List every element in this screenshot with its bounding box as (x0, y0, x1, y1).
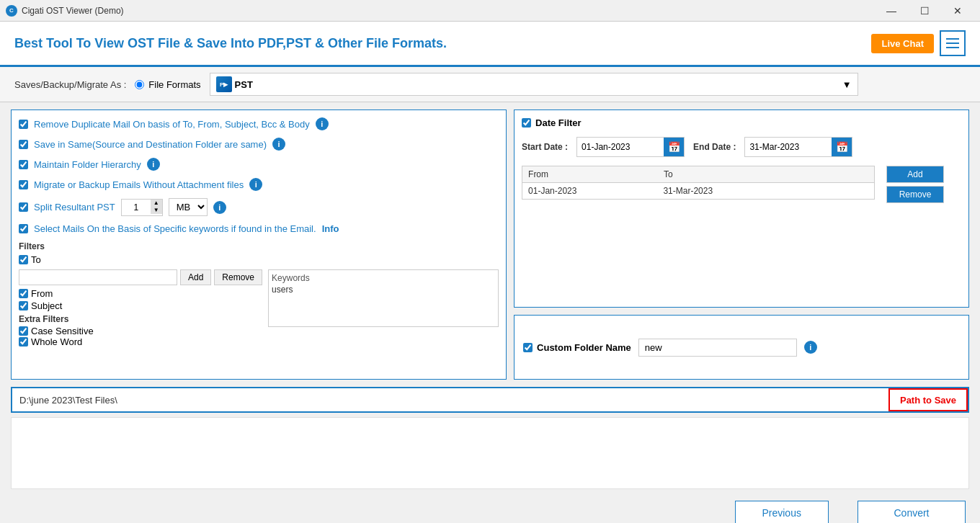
menu-button[interactable] (940, 30, 966, 56)
info-icon-custom-folder[interactable]: i (804, 341, 817, 354)
app-icon: C (6, 5, 17, 17)
end-date-calendar-button[interactable]: 📅 (832, 138, 852, 156)
folder-hierarchy-checkbox[interactable] (19, 160, 28, 169)
keywords-checkbox[interactable] (19, 224, 28, 233)
close-button[interactable]: ✕ (941, 0, 974, 22)
to-checkbox[interactable] (19, 255, 28, 264)
save-same-label: Save in Same(Source and Destination Fold… (34, 139, 267, 150)
header-banner: Best Tool To View OST File & Save Into P… (0, 22, 980, 67)
keywords-label: Select Mails On the Basis of Specific ke… (34, 223, 316, 234)
date-table-header: From To (522, 166, 874, 183)
split-pst-label: Split Resultant PST (34, 202, 115, 213)
more-filter-checks: From Subject (19, 288, 262, 311)
file-formats-radio[interactable]: File Formats (135, 79, 200, 90)
extra-filters: Extra Filters Case Sensitive Whole Word (19, 314, 262, 347)
end-date-label: End Date : (693, 142, 736, 152)
keywords-add-button[interactable]: Add (180, 269, 211, 285)
format-label: P▶ PST (216, 76, 253, 92)
date-table-actions: Add Remove (886, 166, 944, 203)
spin-up-button[interactable]: ▲ (151, 200, 162, 207)
date-row-container: From To 01-Jan-2023 31-Mar-2023 Add Remo… (522, 166, 961, 203)
spin-buttons: ▲ ▼ (151, 200, 162, 215)
footer: Previous (Click here to go to previous p… (0, 493, 980, 523)
split-value-input-wrap: ▲ ▼ (121, 199, 163, 216)
path-bar: Path to Save (11, 387, 969, 413)
start-date-input[interactable] (577, 139, 664, 155)
menu-line (946, 47, 959, 48)
title-bar: C Cigati OST Viewer (Demo) — ☐ ✕ (0, 0, 980, 22)
end-date-input[interactable] (745, 139, 832, 155)
saves-label: Saves/Backup/Migrate As : (14, 79, 126, 90)
case-sensitive-label: Case Sensitive (31, 326, 94, 336)
custom-folder-box: Custom Folder Name i (514, 315, 969, 380)
main-content: Remove Duplicate Mail On basis of To, Fr… (0, 102, 980, 387)
from-filter-row: From (19, 288, 262, 299)
from-checkbox[interactable] (19, 289, 28, 298)
keywords-section: Filters To Add Remove (19, 241, 499, 347)
info-icon-4[interactable]: i (249, 178, 262, 191)
keywords-left: Add Remove From Subject (19, 269, 262, 347)
format-selector[interactable]: P▶ PST ▼ (210, 73, 858, 96)
subject-checkbox[interactable] (19, 301, 28, 310)
convert-btn-wrap: Convert (Click here to convert) (858, 501, 966, 523)
info-icon-5[interactable]: i (213, 201, 226, 214)
keywords-remove-button[interactable]: Remove (214, 269, 262, 285)
date-filter-box: Date Filter Start Date : 📅 End Date : 📅 … (514, 109, 969, 308)
start-date-input-wrap: 📅 (576, 137, 685, 157)
previous-btn-wrap: Previous (Click here to go to previous p… (720, 501, 843, 523)
date-filter-label: Date Filter (535, 117, 582, 128)
duplicate-mail-checkbox[interactable] (19, 120, 28, 129)
minimize-button[interactable]: — (875, 0, 908, 22)
custom-folder-checkbox[interactable] (523, 343, 533, 352)
unit-select[interactable]: MB GB KB (169, 198, 208, 216)
info-link[interactable]: Info (322, 223, 339, 234)
path-to-save-button[interactable]: Path to Save (888, 388, 968, 411)
no-attachment-checkbox[interactable] (19, 180, 28, 189)
keywords-option-row: Select Mails On the Basis of Specific ke… (19, 223, 499, 234)
split-row: Split Resultant PST ▲ ▼ MB GB KB i (19, 198, 499, 216)
info-icon-3[interactable]: i (147, 158, 160, 171)
end-date-input-wrap: 📅 (744, 137, 852, 157)
path-input[interactable] (12, 392, 888, 408)
date-to-value: 31-Mar-2023 (663, 186, 713, 196)
maximize-button[interactable]: ☐ (908, 0, 941, 22)
menu-line (946, 38, 959, 40)
empty-area (11, 417, 969, 489)
previous-button[interactable]: Previous (735, 501, 829, 523)
date-remove-button[interactable]: Remove (886, 186, 944, 203)
date-filter-checkbox[interactable] (522, 118, 531, 128)
keywords-list-item: users (272, 285, 495, 295)
live-chat-button[interactable]: Live Chat (871, 34, 934, 53)
right-panel: Date Filter Start Date : 📅 End Date : 📅 … (514, 109, 969, 380)
convert-button[interactable]: Convert (858, 501, 966, 523)
window-controls: — ☐ ✕ (875, 0, 974, 22)
info-icon-2[interactable]: i (272, 138, 285, 151)
date-table: From To 01-Jan-2023 31-Mar-2023 (522, 166, 875, 200)
header-title: Best Tool To View OST File & Save Into P… (14, 36, 447, 51)
menu-line (946, 43, 959, 44)
date-to-header: To (664, 169, 673, 179)
file-formats-radio-input[interactable] (135, 80, 144, 89)
spin-down-button[interactable]: ▼ (151, 207, 162, 214)
custom-folder-input[interactable] (638, 339, 797, 357)
from-label: From (31, 288, 53, 299)
subject-filter-row: Subject (19, 300, 262, 311)
left-panel: Remove Duplicate Mail On basis of To, Fr… (11, 109, 507, 380)
saves-bar: Saves/Backup/Migrate As : File Formats P… (0, 67, 980, 102)
header-actions: Live Chat (871, 30, 966, 56)
case-sensitive-checkbox[interactable] (19, 326, 28, 336)
keywords-text-input[interactable] (19, 269, 177, 285)
date-add-button[interactable]: Add (886, 166, 944, 183)
option-row-3: Maintain Folder Hierarchy i (19, 158, 499, 171)
extra-filters-label: Extra Filters (19, 314, 262, 324)
whole-word-checkbox[interactable] (19, 337, 28, 347)
split-pst-checkbox[interactable] (19, 202, 28, 212)
start-date-calendar-button[interactable]: 📅 (664, 138, 684, 156)
dropdown-arrow: ▼ (842, 79, 852, 90)
whole-word-row: Whole Word (19, 336, 262, 347)
pst-icon: P▶ (216, 76, 232, 92)
info-icon-1[interactable]: i (316, 117, 329, 130)
split-value-input[interactable] (122, 200, 151, 215)
date-from-header: From (528, 169, 548, 179)
save-same-checkbox[interactable] (19, 140, 28, 149)
